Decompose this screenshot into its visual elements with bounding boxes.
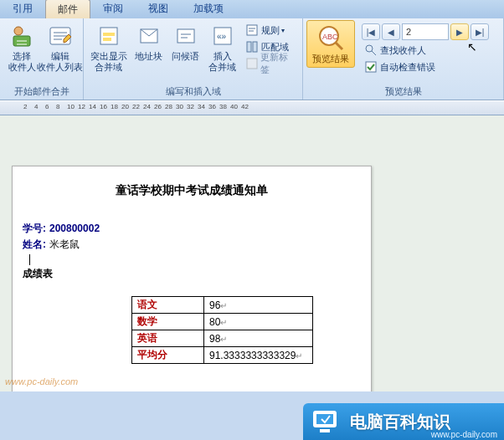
svg-rect-11: [247, 42, 251, 52]
score-math: 80↵: [204, 314, 313, 330]
chevron-down-icon: ▾: [281, 27, 285, 34]
text-caret: [29, 254, 30, 265]
group-preview-results: ABC 预览结果 |◀ ◀ ▶ ▶| 查找收件人 自动检查错误 预览结果: [303, 18, 504, 100]
score-table-label: 成绩表: [23, 268, 53, 279]
tab-review[interactable]: 审阅: [90, 0, 136, 18]
address-block-button[interactable]: 地址块: [131, 20, 167, 64]
svg-rect-20: [320, 429, 330, 432]
match-icon: [245, 40, 259, 54]
edit-recipient-list-label: 编辑 收件人列表: [37, 51, 83, 73]
greeting-line-label: 问候语: [172, 51, 199, 62]
people-icon: [8, 23, 35, 49]
group-title-preview: 预览结果: [306, 84, 500, 100]
magnifier-abc-icon: ABC: [316, 23, 346, 53]
select-recipients-label: 选择 收件人: [8, 51, 36, 73]
svg-point-0: [14, 27, 23, 35]
svg-text:«»: «»: [217, 32, 227, 41]
tab-references[interactable]: 引用: [0, 0, 45, 18]
horizontal-ruler[interactable]: 24681012141618202224262830323436384042: [0, 100, 504, 115]
next-icon: ▶: [456, 28, 463, 37]
tab-mailings[interactable]: 邮件: [45, 0, 90, 18]
score-average: 91.3333333333329↵: [204, 347, 313, 364]
score-chinese: 96↵: [204, 297, 313, 314]
greeting-line-button[interactable]: 问候语: [167, 20, 204, 64]
update-labels-icon: [245, 57, 258, 70]
ruler-ticks: 24681012141618202224262830323436384042: [23, 103, 252, 110]
subject-math: 数学: [132, 314, 204, 330]
tab-view[interactable]: 视图: [136, 0, 181, 18]
insert-field-icon: «»: [209, 23, 236, 49]
svg-rect-10: [247, 25, 257, 35]
table-row: 语文96↵: [132, 297, 313, 314]
ribbon: 选择 收件人 编辑 收件人列表 开始邮件合并 突出显示 合并域 地址块 问候语: [0, 18, 504, 100]
subject-average: 平均分: [132, 347, 204, 364]
auto-check-errors-button[interactable]: 自动检查错误: [360, 59, 489, 75]
brand-url: www.pc-daily.com: [431, 430, 497, 439]
student-id-label: 学号:: [23, 223, 46, 234]
tab-addins[interactable]: 加载项: [181, 0, 236, 18]
name-value: 米老鼠: [49, 238, 80, 250]
rules-button[interactable]: 规则▾: [241, 22, 299, 38]
svg-rect-4: [103, 33, 115, 36]
check-icon: [364, 60, 378, 74]
prev-record-button[interactable]: ◀: [382, 23, 400, 40]
insert-merge-field-button[interactable]: «» 插入 合并域: [204, 20, 241, 75]
preview-results-label: 预览结果: [312, 53, 349, 65]
update-labels-button[interactable]: 更新标签: [241, 55, 299, 72]
greeting-icon: [172, 23, 199, 49]
subject-chinese: 语文: [132, 297, 204, 314]
watermark-text: www.pc-daily.com: [5, 376, 78, 386]
document-area[interactable]: 童话学校期中考试成绩通知单 学号:200800002 姓名:米老鼠 成绩表 语文…: [0, 115, 504, 391]
score-english: 98↵: [204, 330, 313, 347]
search-icon: [364, 43, 378, 57]
preview-results-button[interactable]: ABC 预览结果: [306, 20, 355, 68]
last-record-button[interactable]: ▶|: [471, 23, 489, 40]
group-start-mail-merge: 选择 收件人 编辑 收件人列表 开始邮件合并: [0, 18, 84, 100]
first-record-button[interactable]: |◀: [362, 23, 380, 40]
svg-rect-7: [177, 29, 194, 43]
find-recipient-button[interactable]: 查找收件人: [360, 42, 489, 59]
next-record-button[interactable]: ▶: [450, 23, 469, 40]
svg-rect-17: [366, 62, 376, 72]
edit-recipient-list-button[interactable]: 编辑 收件人列表: [40, 20, 80, 75]
last-icon: ▶|: [476, 28, 485, 37]
score-table: 语文96↵ 数学80↵ 英语98↵ 平均分91.3333333333329↵: [131, 296, 313, 364]
svg-rect-5: [103, 38, 111, 41]
brand-logo-icon: [308, 407, 345, 436]
group-write-insert-fields: 突出显示 合并域 地址块 问候语 «» 插入 合并域 规则▾ 匹配域 更新标签 …: [84, 18, 303, 100]
document-page: 童话学校期中考试成绩通知单 学号:200800002 姓名:米老鼠 成绩表 语文…: [12, 166, 372, 391]
svg-rect-13: [247, 59, 257, 69]
rules-icon: [245, 23, 259, 37]
highlight-merge-fields-button[interactable]: 突出显示 合并域: [87, 20, 131, 75]
record-number-input[interactable]: [402, 23, 449, 40]
doc-title: 童话学校期中考试成绩通知单: [23, 183, 361, 198]
address-block-label: 地址块: [135, 51, 162, 62]
svg-rect-12: [253, 42, 257, 52]
student-id-value: 200800002: [49, 223, 100, 234]
highlight-merge-label: 突出显示 合并域: [90, 51, 127, 73]
table-row: 平均分91.3333333333329↵: [132, 347, 313, 364]
table-row: 英语98↵: [132, 330, 313, 347]
svg-point-16: [366, 45, 373, 52]
table-row: 数学80↵: [132, 314, 313, 330]
brand-overlay: 电脑百科知识 www.pc-daily.com: [303, 403, 504, 440]
prev-icon: ◀: [388, 28, 394, 37]
name-label: 姓名:: [23, 238, 46, 250]
highlight-icon: [95, 23, 122, 49]
address-block-icon: [136, 23, 162, 49]
ribbon-tabs: 引用 邮件 审阅 视图 加载项: [0, 0, 504, 18]
first-icon: |◀: [367, 28, 376, 37]
edit-list-icon: [47, 23, 74, 49]
subject-english: 英语: [132, 330, 204, 347]
select-recipients-button[interactable]: 选择 收件人: [3, 20, 40, 75]
group-title-write-insert: 编写和插入域: [87, 84, 299, 100]
svg-text:ABC: ABC: [322, 33, 338, 41]
insert-merge-label: 插入 合并域: [208, 51, 236, 73]
group-title-start-merge: 开始邮件合并: [3, 84, 80, 100]
